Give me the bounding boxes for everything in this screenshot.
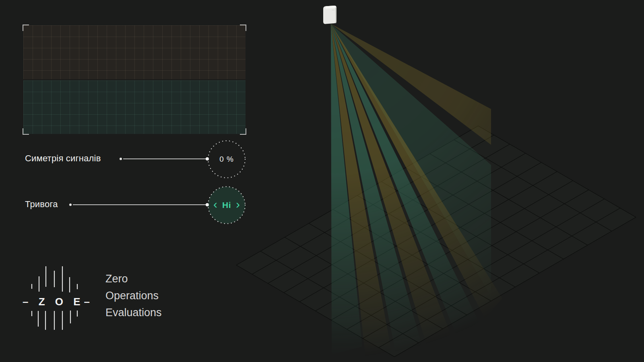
signal-grid-upper	[23, 25, 246, 79]
logo-wordmark: – Z O E–	[23, 296, 87, 308]
logo-tagline-line: Evaluations	[105, 304, 162, 321]
alarm-connector-dot	[69, 204, 72, 206]
alarm-stepper[interactable]: ‹ Hi ›	[207, 186, 246, 224]
app-canvas: Симетрія сигналів 0 % Тривога ‹ Hi ›	[0, 0, 644, 362]
alarm-prev-icon[interactable]: ‹	[213, 198, 217, 210]
alarm-next-icon[interactable]: ›	[236, 198, 240, 210]
alarm-value: Hi	[222, 200, 231, 210]
logo-tagline-line: Operations	[105, 287, 162, 304]
logo-tagline: Zero Operations Evaluations	[105, 270, 162, 321]
corner-bracket-icon	[240, 128, 246, 135]
signal-grid-lower	[23, 80, 246, 134]
logo-tagline-line: Zero	[105, 270, 162, 287]
symmetry-connector-line	[123, 158, 207, 159]
sensor-device[interactable]	[323, 6, 336, 24]
corner-bracket-icon	[23, 25, 29, 31]
alarm-connector-line	[73, 204, 207, 205]
waveform-logo-icon	[23, 257, 87, 330]
signal-grid-panel	[23, 25, 246, 134]
symmetry-connector-dot	[120, 158, 122, 160]
symmetry-value: 0 %	[219, 155, 234, 164]
alarm-label: Тривога	[25, 199, 58, 210]
corner-bracket-icon	[23, 128, 29, 135]
symmetry-label: Симетрія сигналів	[25, 153, 101, 164]
corner-bracket-icon	[240, 25, 246, 31]
symmetry-dial[interactable]: 0 %	[207, 140, 246, 179]
